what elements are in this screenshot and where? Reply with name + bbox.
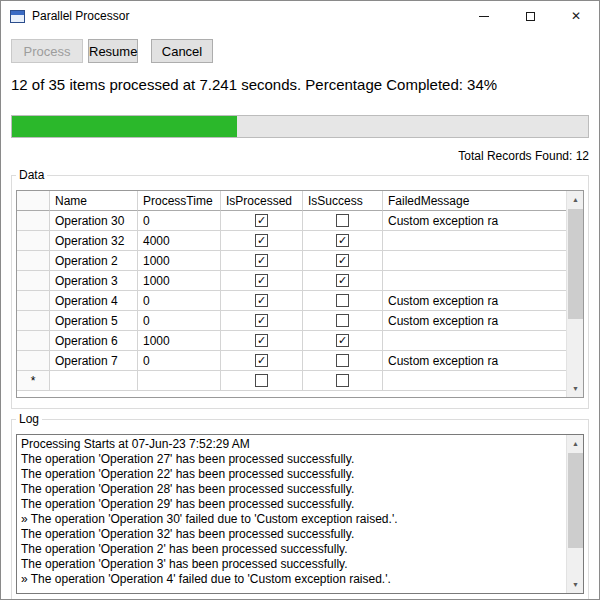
name-cell[interactable]: Operation 5: [50, 311, 138, 331]
processtime-cell[interactable]: 0: [138, 291, 221, 311]
column-header-isprocessed[interactable]: IsProcessed: [221, 191, 303, 211]
issuccess-checkbox[interactable]: ✓: [336, 274, 349, 287]
resume-button[interactable]: Resume: [88, 39, 138, 63]
issuccess-cell[interactable]: [303, 371, 383, 391]
issuccess-checkbox[interactable]: ✓: [336, 234, 349, 247]
failedmessage-cell[interactable]: [383, 231, 566, 251]
issuccess-cell[interactable]: ✓: [303, 231, 383, 251]
issuccess-cell[interactable]: ✓: [303, 251, 383, 271]
scroll-up-icon[interactable]: ▲: [567, 435, 584, 452]
issuccess-cell[interactable]: [303, 351, 383, 371]
table-row[interactable]: Operation 21000✓✓: [17, 251, 566, 271]
failedmessage-cell[interactable]: [383, 271, 566, 291]
row-header-cell[interactable]: *: [17, 371, 50, 391]
name-cell[interactable]: Operation 4: [50, 291, 138, 311]
isprocessed-cell[interactable]: ✓: [221, 291, 303, 311]
failedmessage-cell[interactable]: Custom exception ra: [383, 351, 566, 371]
isprocessed-checkbox[interactable]: ✓: [255, 314, 268, 327]
isprocessed-cell[interactable]: ✓: [221, 351, 303, 371]
issuccess-cell[interactable]: [303, 211, 383, 231]
isprocessed-cell[interactable]: ✓: [221, 231, 303, 251]
grid-scrollbar-thumb[interactable]: [568, 209, 583, 319]
process-button[interactable]: Process: [11, 39, 83, 63]
processtime-cell[interactable]: 0: [138, 211, 221, 231]
close-button[interactable]: ✕: [553, 1, 599, 31]
issuccess-cell[interactable]: [303, 311, 383, 331]
issuccess-cell[interactable]: [303, 291, 383, 311]
processtime-cell[interactable]: [138, 371, 221, 391]
grid-corner-cell[interactable]: [17, 191, 50, 211]
column-header-processtime[interactable]: ProcessTime: [138, 191, 221, 211]
processtime-cell[interactable]: 1000: [138, 331, 221, 351]
failedmessage-cell[interactable]: Custom exception ra: [383, 211, 566, 231]
column-header-name[interactable]: Name: [50, 191, 138, 211]
table-row[interactable]: Operation 50✓Custom exception ra: [17, 311, 566, 331]
maximize-button[interactable]: [507, 1, 553, 31]
isprocessed-cell[interactable]: ✓: [221, 331, 303, 351]
issuccess-checkbox[interactable]: [336, 214, 349, 227]
data-grid[interactable]: NameProcessTimeIsProcessedIsSuccessFaile…: [16, 190, 584, 398]
isprocessed-cell[interactable]: ✓: [221, 211, 303, 231]
issuccess-checkbox[interactable]: [336, 374, 349, 387]
cancel-button[interactable]: Cancel: [151, 39, 213, 63]
scroll-up-icon[interactable]: ▲: [567, 191, 584, 208]
isprocessed-checkbox[interactable]: ✓: [255, 294, 268, 307]
processtime-cell[interactable]: 4000: [138, 231, 221, 251]
log-list[interactable]: Processing Starts at 07-Jun-23 7:52:29 A…: [16, 434, 584, 594]
issuccess-checkbox[interactable]: ✓: [336, 334, 349, 347]
table-row[interactable]: Operation 300✓Custom exception ra: [17, 211, 566, 231]
isprocessed-checkbox[interactable]: ✓: [255, 274, 268, 287]
isprocessed-cell[interactable]: ✓: [221, 251, 303, 271]
row-header-cell[interactable]: [17, 251, 50, 271]
isprocessed-cell[interactable]: ✓: [221, 311, 303, 331]
issuccess-checkbox[interactable]: [336, 314, 349, 327]
row-header-cell[interactable]: [17, 231, 50, 251]
processtime-cell[interactable]: 1000: [138, 251, 221, 271]
issuccess-cell[interactable]: ✓: [303, 331, 383, 351]
table-row[interactable]: *: [17, 371, 566, 391]
processtime-cell[interactable]: 0: [138, 351, 221, 371]
isprocessed-checkbox[interactable]: ✓: [255, 254, 268, 267]
isprocessed-cell[interactable]: [221, 371, 303, 391]
issuccess-checkbox[interactable]: [336, 294, 349, 307]
issuccess-checkbox[interactable]: ✓: [336, 254, 349, 267]
column-header-failedmessage[interactable]: FailedMessage: [383, 191, 566, 211]
name-cell[interactable]: Operation 2: [50, 251, 138, 271]
name-cell[interactable]: Operation 6: [50, 331, 138, 351]
table-row[interactable]: Operation 324000✓✓: [17, 231, 566, 251]
isprocessed-checkbox[interactable]: ✓: [255, 214, 268, 227]
name-cell[interactable]: Operation 3: [50, 271, 138, 291]
row-header-cell[interactable]: [17, 311, 50, 331]
failedmessage-cell[interactable]: [383, 251, 566, 271]
log-vertical-scrollbar[interactable]: ▲ ▼: [566, 435, 583, 593]
failedmessage-cell[interactable]: Custom exception ra: [383, 311, 566, 331]
table-row[interactable]: Operation 31000✓✓: [17, 271, 566, 291]
processtime-cell[interactable]: 0: [138, 311, 221, 331]
failedmessage-cell[interactable]: Custom exception ra: [383, 291, 566, 311]
minimize-button[interactable]: [461, 1, 507, 31]
isprocessed-checkbox[interactable]: [255, 374, 268, 387]
name-cell[interactable]: Operation 30: [50, 211, 138, 231]
processtime-cell[interactable]: 1000: [138, 271, 221, 291]
column-header-issuccess[interactable]: IsSuccess: [303, 191, 383, 211]
failedmessage-cell[interactable]: [383, 331, 566, 351]
scroll-down-icon[interactable]: ▼: [567, 380, 584, 397]
row-header-cell[interactable]: [17, 211, 50, 231]
title-bar[interactable]: Parallel Processor ✕: [1, 1, 599, 31]
isprocessed-checkbox[interactable]: ✓: [255, 354, 268, 367]
isprocessed-cell[interactable]: ✓: [221, 271, 303, 291]
name-cell[interactable]: Operation 7: [50, 351, 138, 371]
row-header-cell[interactable]: [17, 291, 50, 311]
issuccess-cell[interactable]: ✓: [303, 271, 383, 291]
table-row[interactable]: Operation 70✓Custom exception ra: [17, 351, 566, 371]
row-header-cell[interactable]: [17, 331, 50, 351]
row-header-cell[interactable]: [17, 351, 50, 371]
isprocessed-checkbox[interactable]: ✓: [255, 234, 268, 247]
isprocessed-checkbox[interactable]: ✓: [255, 334, 268, 347]
table-row[interactable]: Operation 61000✓✓: [17, 331, 566, 351]
scroll-down-icon[interactable]: ▼: [567, 576, 584, 593]
table-row[interactable]: Operation 40✓Custom exception ra: [17, 291, 566, 311]
name-cell[interactable]: [50, 371, 138, 391]
name-cell[interactable]: Operation 32: [50, 231, 138, 251]
row-header-cell[interactable]: [17, 271, 50, 291]
